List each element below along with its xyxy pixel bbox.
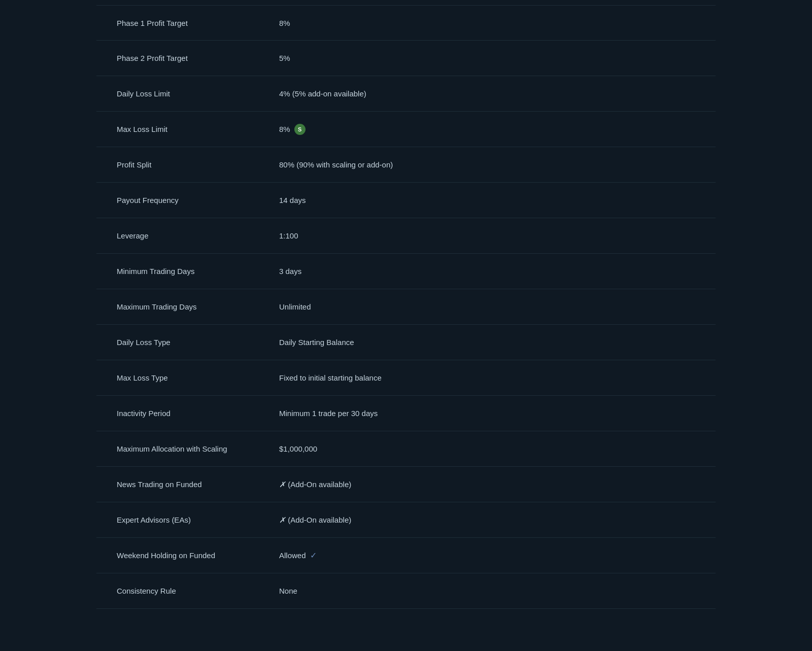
label-daily-loss-limit: Daily Loss Limit bbox=[96, 80, 269, 107]
label-daily-loss-type: Daily Loss Type bbox=[96, 329, 269, 356]
label-news-trading: News Trading on Funded bbox=[96, 471, 269, 498]
table-row: News Trading on Funded✗ (Add-On availabl… bbox=[96, 467, 716, 502]
inactivity-period-text: Minimum 1 trade per 30 days bbox=[279, 409, 378, 418]
table-row: Maximum Allocation with Scaling$1,000,00… bbox=[96, 431, 716, 467]
value-inactivity-period: Minimum 1 trade per 30 days bbox=[269, 400, 716, 427]
value-max-loss-type: Fixed to initial starting balance bbox=[269, 364, 716, 391]
max-loss-type-text: Fixed to initial starting balance bbox=[279, 373, 382, 382]
value-minimum-trading-days: 3 days bbox=[269, 258, 716, 285]
label-max-loss-limit: Max Loss Limit bbox=[96, 116, 269, 143]
table-row: Expert Advisors (EAs)✗ (Add-On available… bbox=[96, 502, 716, 538]
label-minimum-trading-days: Minimum Trading Days bbox=[96, 258, 269, 285]
table-row: Weekend Holding on FundedAllowed ✓ bbox=[96, 538, 716, 573]
table-row: Maximum Trading DaysUnlimited bbox=[96, 289, 716, 325]
phase1-profit-target-text: 8% bbox=[279, 19, 290, 27]
table-row: Inactivity PeriodMinimum 1 trade per 30 … bbox=[96, 396, 716, 431]
table-row: Phase 1 Profit Target8% bbox=[96, 5, 716, 41]
consistency-rule-text: None bbox=[279, 587, 297, 595]
label-max-loss-type: Max Loss Type bbox=[96, 364, 269, 391]
value-maximum-allocation: $1,000,000 bbox=[269, 435, 716, 462]
table-row: Consistency RuleNone bbox=[96, 573, 716, 609]
info-badge[interactable]: S bbox=[294, 124, 306, 135]
value-news-trading: ✗ (Add-On available) bbox=[269, 471, 716, 498]
table-row: Phase 2 Profit Target5% bbox=[96, 41, 716, 76]
value-maximum-trading-days: Unlimited bbox=[269, 293, 716, 320]
weekend-holding-text: Allowed bbox=[279, 551, 306, 560]
value-expert-advisors: ✗ (Add-On available) bbox=[269, 506, 716, 534]
label-weekend-holding: Weekend Holding on Funded bbox=[96, 542, 269, 569]
label-profit-split: Profit Split bbox=[96, 151, 269, 178]
leverage-text: 1:100 bbox=[279, 231, 298, 240]
label-payout-frequency: Payout Frequency bbox=[96, 187, 269, 214]
label-leverage: Leverage bbox=[96, 222, 269, 249]
phase2-profit-target-text: 5% bbox=[279, 54, 290, 62]
label-expert-advisors: Expert Advisors (EAs) bbox=[96, 506, 269, 533]
label-phase1-profit-target: Phase 1 Profit Target bbox=[96, 10, 269, 37]
value-daily-loss-type: Daily Starting Balance bbox=[269, 329, 716, 356]
value-profit-split: 80% (90% with scaling or add-on) bbox=[269, 151, 716, 178]
table-row: Minimum Trading Days3 days bbox=[96, 254, 716, 289]
value-phase1-profit-target: 8% bbox=[269, 10, 716, 37]
label-consistency-rule: Consistency Rule bbox=[96, 577, 269, 604]
value-daily-loss-limit: 4% (5% add-on available) bbox=[269, 80, 716, 107]
value-max-loss-limit: 8% S bbox=[269, 115, 716, 144]
table-row: Max Loss Limit8% S bbox=[96, 112, 716, 147]
cross-icon: ✗ bbox=[279, 480, 286, 489]
check-icon: ✓ bbox=[310, 551, 317, 560]
maximum-allocation-text: $1,000,000 bbox=[279, 444, 317, 453]
table-row: Leverage1:100 bbox=[96, 218, 716, 254]
value-consistency-rule: None bbox=[269, 577, 716, 604]
daily-loss-limit-text: 4% (5% add-on available) bbox=[279, 89, 366, 98]
news-trading-text: ✗ (Add-On available) bbox=[279, 480, 351, 489]
max-loss-limit-text: 8% bbox=[279, 125, 290, 133]
minimum-trading-days-text: 3 days bbox=[279, 267, 301, 276]
value-leverage: 1:100 bbox=[269, 222, 716, 249]
table-row: Max Loss TypeFixed to initial starting b… bbox=[96, 360, 716, 396]
table-row: Daily Loss TypeDaily Starting Balance bbox=[96, 325, 716, 360]
label-phase2-profit-target: Phase 2 Profit Target bbox=[96, 45, 269, 72]
table-row: Payout Frequency14 days bbox=[96, 183, 716, 218]
comparison-table: Phase 1 Profit Target8%Phase 2 Profit Ta… bbox=[96, 0, 716, 609]
table-row: Profit Split80% (90% with scaling or add… bbox=[96, 147, 716, 183]
maximum-trading-days-text: Unlimited bbox=[279, 302, 311, 311]
profit-split-text: 80% (90% with scaling or add-on) bbox=[279, 160, 393, 169]
value-payout-frequency: 14 days bbox=[269, 187, 716, 214]
label-maximum-trading-days: Maximum Trading Days bbox=[96, 293, 269, 320]
cross-icon: ✗ bbox=[279, 516, 286, 524]
payout-frequency-text: 14 days bbox=[279, 196, 306, 204]
expert-advisors-text: ✗ (Add-On available) bbox=[279, 516, 351, 525]
value-weekend-holding: Allowed ✓ bbox=[269, 541, 716, 569]
daily-loss-type-text: Daily Starting Balance bbox=[279, 338, 354, 347]
value-phase2-profit-target: 5% bbox=[269, 45, 716, 72]
label-inactivity-period: Inactivity Period bbox=[96, 400, 269, 427]
label-maximum-allocation: Maximum Allocation with Scaling bbox=[96, 435, 269, 462]
table-row: Daily Loss Limit4% (5% add-on available) bbox=[96, 76, 716, 112]
